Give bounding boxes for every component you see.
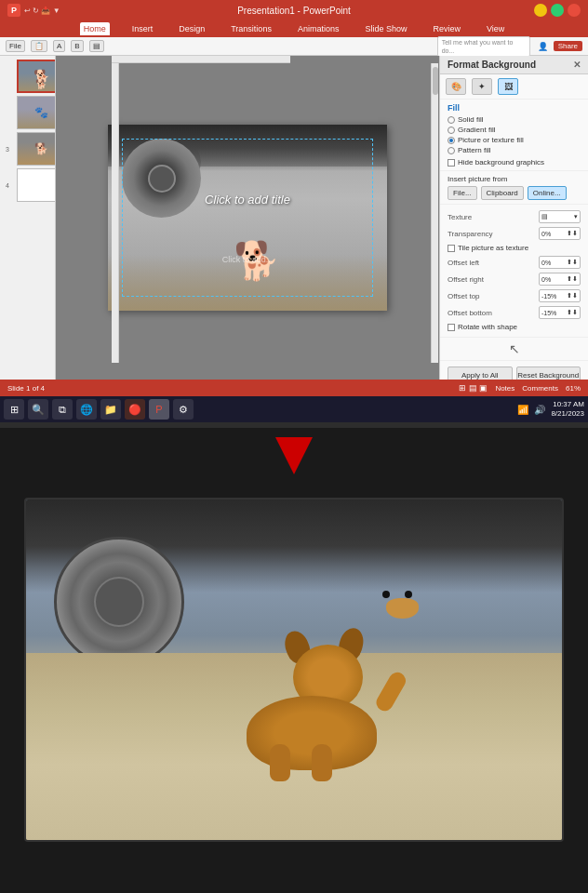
bold-btn[interactable]: B (71, 40, 83, 52)
panel-title-background: Background (482, 60, 536, 70)
hide-bg-checkbox-item[interactable]: Hide background graphics (448, 158, 581, 167)
offset-left-label: Offset left (448, 259, 479, 267)
slide-thumb-3[interactable]: 🐕 (17, 132, 56, 166)
offset-left-spinner[interactable]: ⬆⬇ (567, 259, 578, 266)
close-button[interactable] (568, 4, 581, 17)
window-controls[interactable] (534, 4, 581, 17)
tab-slideshow[interactable]: Slide Show (361, 22, 410, 35)
fill-section-title: Fill (448, 103, 581, 113)
explorer-button[interactable]: 📁 (100, 399, 121, 420)
panel-title-bar: Format Background ✕ (440, 56, 588, 74)
file-btn[interactable]: File (6, 40, 25, 52)
offset-bottom-input[interactable]: -15% ⬆⬇ (539, 306, 581, 319)
transparency-label: Transparency (448, 230, 493, 238)
tile-checkbox[interactable] (448, 245, 455, 252)
offset-bottom-row: Offset bottom -15% ⬆⬇ (448, 304, 581, 321)
dog-eye-left (382, 591, 390, 598)
offset-right-row: Offset right 0% ⬆⬇ (448, 271, 581, 287)
transparency-input[interactable]: 0% ⬆⬇ (539, 227, 581, 240)
texture-dropdown-icon[interactable]: ▾ (574, 213, 578, 220)
edge-button[interactable]: 🌐 (76, 399, 97, 420)
file-insert-btn[interactable]: File... (448, 186, 477, 200)
offset-bottom-spinner[interactable]: ⬆⬇ (567, 309, 578, 316)
radio-gradient-fill[interactable]: Gradient fill (448, 126, 581, 134)
slide-click-placeholder[interactable]: Click to add... (222, 255, 274, 264)
radio-dot-solid[interactable] (448, 116, 455, 124)
clipboard-btn[interactable]: Clipboard (481, 186, 524, 200)
rotate-checkbox-item[interactable]: Rotate with shape (448, 323, 581, 331)
texture-row: Texture ▤ ▾ (448, 208, 581, 225)
offset-left-input[interactable]: 0% ⬆⬇ (539, 256, 581, 269)
rotate-checkbox[interactable] (448, 324, 455, 331)
offset-top-row: Offset top -15% ⬆⬇ (448, 287, 581, 304)
wheel-graphic (122, 139, 201, 218)
transparency-spinner[interactable]: ⬆⬇ (567, 230, 578, 237)
font-btn[interactable]: A (53, 40, 65, 52)
taskview-button[interactable]: ⧉ (52, 399, 73, 420)
tile-checkbox-item[interactable]: Tile picture as texture (448, 244, 581, 252)
apply-all-button[interactable]: Apply to All (448, 367, 513, 380)
paste-btn[interactable]: 📋 (31, 40, 47, 52)
chrome-button[interactable]: 🔴 (125, 399, 145, 420)
offset-top-value: -15% (541, 293, 556, 300)
panel-close-button[interactable]: ✕ (573, 60, 581, 70)
radio-picture-texture-fill[interactable]: Picture or texture fill (448, 136, 581, 144)
share-button[interactable]: Share (554, 41, 582, 51)
minimize-button[interactable] (534, 4, 547, 17)
offset-top-spinner[interactable]: ⬆⬇ (567, 292, 578, 300)
offset-right-spinner[interactable]: ⬆⬇ (567, 275, 578, 283)
comments-btn[interactable]: Comments (522, 384, 558, 393)
tab-review[interactable]: Review (429, 22, 464, 35)
search-taskbar-button[interactable]: 🔍 (28, 399, 48, 420)
slide-canvas[interactable]: 🐕 Click to add title Click to add... (108, 125, 387, 311)
slide-thumb-4[interactable] (17, 168, 56, 202)
tab-home[interactable]: Home (80, 22, 110, 35)
hide-bg-label: Hide background graphics (458, 158, 544, 167)
texture-value: ▤ (541, 213, 548, 220)
main-content-area: 1 🐕 2 🐾 3 🐕 (0, 56, 588, 380)
volume-icon: 🔊 (534, 405, 545, 415)
taskbar-apps: ⊞ 🔍 ⧉ 🌐 📁 🔴 P ⚙ (4, 399, 194, 420)
online-btn[interactable]: Online... (528, 186, 567, 200)
tab-view[interactable]: View (483, 22, 508, 35)
maximize-button[interactable] (551, 4, 564, 17)
tile-label: Tile picture as texture (458, 244, 528, 252)
tab-transitions[interactable]: Transitions (227, 22, 275, 35)
offset-right-input[interactable]: 0% ⬆⬇ (539, 273, 581, 286)
zoom-level: 61% (566, 384, 581, 393)
taskbar-date-text: 8/21/2023 (551, 409, 584, 419)
slide-info: Slide 1 of 4 (7, 384, 45, 393)
radio-pattern-fill[interactable]: Pattern fill (448, 146, 581, 154)
start-button[interactable]: ⊞ (4, 399, 24, 420)
hide-bg-checkbox[interactable] (448, 159, 455, 167)
insert-from-buttons: File... Clipboard Online... (448, 186, 581, 200)
offset-top-label: Offset top (448, 292, 480, 300)
slide-thumb-1[interactable]: 🐕 (17, 60, 56, 93)
vertical-scrollbar[interactable] (431, 63, 438, 363)
search-bar[interactable]: Tell me what you want to do... (437, 36, 530, 57)
powerpoint-taskbar-btn[interactable]: P (149, 399, 169, 420)
reset-background-button[interactable]: Reset Background (516, 367, 581, 380)
notes-btn[interactable]: Notes (495, 384, 514, 393)
radio-dot-pattern[interactable] (448, 147, 455, 154)
offset-top-input[interactable]: -15% ⬆⬇ (539, 289, 581, 302)
slide-thumb-2[interactable]: 🐾 (17, 96, 56, 129)
settings-taskbar-btn[interactable]: ⚙ (173, 399, 194, 420)
tab-animations[interactable]: Animations (294, 22, 343, 35)
arrow-divider (0, 428, 588, 484)
radio-dot-picture[interactable] (448, 137, 455, 144)
slide-canvas-area: 🐕 Click to add title Click to add... (56, 56, 439, 380)
svg-marker-0 (275, 437, 313, 474)
radio-solid-fill[interactable]: Solid fill (448, 115, 581, 124)
tab-design[interactable]: Design (175, 22, 208, 35)
effects-icon-btn[interactable]: ✦ (472, 78, 492, 95)
fill-icon-btn[interactable]: 🎨 (446, 78, 466, 95)
scrollbar-thumb[interactable] (433, 67, 438, 95)
layout-btn[interactable]: ▤ (89, 40, 104, 52)
radio-dot-gradient[interactable] (448, 127, 455, 134)
texture-input[interactable]: ▤ ▾ (539, 210, 581, 223)
tab-insert[interactable]: Insert (128, 22, 157, 35)
offset-right-value: 0% (541, 276, 551, 283)
picture-icon-btn[interactable]: 🖼 (498, 78, 518, 95)
network-icon: 📶 (517, 405, 528, 415)
